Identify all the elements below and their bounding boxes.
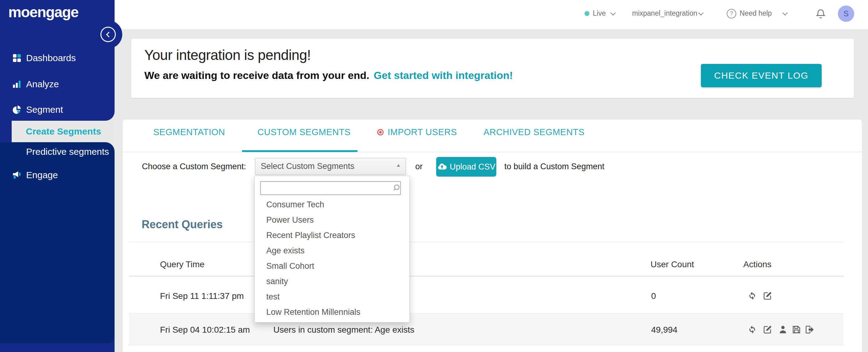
- workspace-dropdown[interactable]: mixpanel_integration: [632, 9, 697, 18]
- tab-custom-segments[interactable]: CUSTOM SEGMENTS: [257, 127, 350, 137]
- sidebar-item-create-segments[interactable]: Create Segments: [12, 121, 115, 142]
- table-row-user-count: 0: [651, 291, 656, 301]
- sidebar-item-engage[interactable]: Engage: [26, 170, 58, 180]
- tab-import-users[interactable]: IMPORT USERS: [388, 127, 457, 137]
- megaphone-icon: [12, 170, 22, 180]
- search-input[interactable]: [260, 181, 401, 195]
- choose-segment-label: Choose a Custom Segment:: [142, 162, 246, 171]
- sidebar-strip: [0, 121, 12, 142]
- help-icon[interactable]: ?: [727, 9, 736, 19]
- dropdown-option[interactable]: Recent Playlist Creators: [266, 228, 355, 243]
- notification-bell-icon[interactable]: [814, 8, 827, 20]
- upload-csv-button[interactable]: Upload CSV: [436, 157, 496, 177]
- table-header-divider: [129, 276, 843, 277]
- sidebar-item-label: Create Segments: [26, 121, 115, 142]
- search-icon: [392, 183, 401, 193]
- select-value: Select Custom Segments: [261, 158, 354, 174]
- integration-pending-banner: Your integration is pending! We are wait…: [131, 39, 854, 98]
- recent-queries-title: Recent Queries: [142, 218, 223, 231]
- dropdown-option[interactable]: sanity: [266, 274, 288, 289]
- tab-archived-segments[interactable]: ARCHIVED SEGMENTS: [484, 127, 585, 137]
- dropdown-option[interactable]: Age exists: [266, 243, 305, 258]
- column-header-user-count: User Count: [651, 260, 694, 269]
- table-row-query-time: Fri Sep 04 10:02:15 am: [160, 325, 250, 335]
- user-icon[interactable]: [778, 324, 788, 335]
- moengage-logo[interactable]: moengage: [8, 4, 78, 21]
- row-divider: [129, 313, 843, 314]
- dropdown-option[interactable]: Small Cohort: [266, 258, 314, 274]
- row-divider: [129, 345, 843, 345]
- need-help-dropdown[interactable]: Need help: [740, 9, 772, 18]
- check-event-log-button[interactable]: CHECK EVENT LOG: [701, 64, 822, 87]
- sidebar-item-predictive-segments[interactable]: Predictive segments: [26, 147, 109, 157]
- bar-chart-icon: [12, 79, 22, 89]
- active-tab-underline: [242, 150, 358, 152]
- live-status-dot-icon: [585, 11, 589, 16]
- section-divider: [129, 242, 843, 242]
- refresh-icon[interactable]: [747, 324, 757, 335]
- moengage-app: Live mixpanel_integration ? Need help S …: [0, 0, 868, 352]
- cloud-upload-icon: [437, 162, 447, 172]
- upload-csv-label: Upload CSV: [450, 162, 495, 172]
- environment-dropdown[interactable]: Live: [593, 9, 606, 18]
- table-row-query-time: Fri Sep 11 1:11:37 pm: [160, 291, 244, 301]
- sidebar-collapse-button[interactable]: [100, 27, 116, 42]
- save-icon[interactable]: [791, 324, 802, 335]
- sidebar-item-segment[interactable]: Segment: [26, 104, 63, 115]
- export-icon[interactable]: [804, 324, 814, 335]
- column-header-actions: Actions: [743, 260, 772, 269]
- sidebar-item-dashboards[interactable]: Dashboards: [26, 53, 76, 63]
- get-started-link[interactable]: Get started with integration!: [373, 69, 513, 81]
- custom-segment-dropdown: Consumer Tech Power Users Recent Playlis…: [254, 176, 410, 322]
- table-row-user-count: 49,994: [651, 325, 678, 335]
- sidebar-item-analyze[interactable]: Analyze: [26, 79, 59, 89]
- tabs-divider: [123, 152, 862, 152]
- dropdown-option[interactable]: Power Users: [266, 212, 314, 228]
- edit-icon[interactable]: [762, 324, 773, 335]
- grid-icon: [12, 53, 22, 63]
- build-segment-label: to build a Custom Segment: [504, 162, 604, 171]
- tab-segmentation[interactable]: SEGMENTATION: [153, 127, 225, 137]
- pie-chart-icon: [12, 104, 22, 115]
- banner-title: Your integration is pending!: [144, 47, 311, 63]
- banner-subtitle-row: We are waiting to receive data from your…: [144, 69, 513, 82]
- dropdown-option[interactable]: test: [266, 289, 280, 305]
- dropdown-option[interactable]: Low Retention Millennials: [266, 305, 360, 320]
- chevron-left-icon: [106, 32, 112, 37]
- caret-up-icon: ▲: [396, 162, 401, 168]
- edit-icon[interactable]: [762, 291, 773, 301]
- avatar[interactable]: S: [838, 5, 854, 22]
- table-row-query: Users in custom segment: Age exists: [273, 325, 414, 335]
- custom-segment-select[interactable]: Select Custom Segments ▲: [255, 158, 406, 175]
- or-label: or: [415, 162, 423, 171]
- dropdown-option[interactable]: Consumer Tech: [266, 197, 324, 212]
- refresh-icon[interactable]: [747, 291, 757, 301]
- banner-subtitle: We are waiting to receive data from your…: [144, 69, 369, 81]
- import-users-dot-icon: [377, 129, 384, 135]
- column-header-query-time: Query Time: [160, 260, 205, 269]
